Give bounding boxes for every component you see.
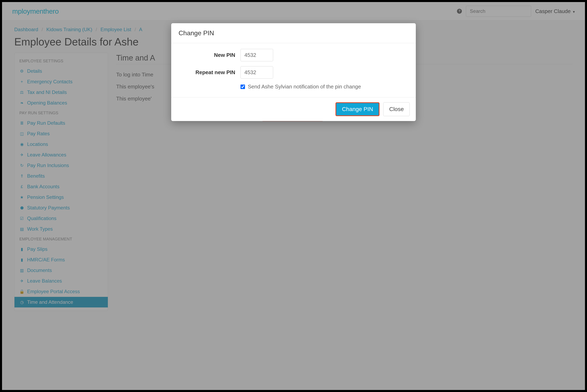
new-pin-input[interactable] (241, 49, 273, 61)
change-pin-modal: Change PIN New PIN Repeat new PIN Send A… (171, 23, 416, 121)
modal-title: Change PIN (171, 23, 416, 43)
notify-label: Send Ashe Sylvian notification of the pi… (248, 84, 361, 90)
notify-checkbox[interactable] (241, 84, 245, 89)
repeat-pin-input[interactable] (241, 66, 273, 79)
new-pin-label: New PIN (179, 52, 241, 58)
change-pin-button[interactable]: Change PIN (335, 102, 380, 116)
modal-overlay: Change PIN New PIN Repeat new PIN Send A… (2, 2, 585, 390)
repeat-pin-label: Repeat new PIN (179, 69, 241, 76)
close-button[interactable]: Close (383, 102, 410, 116)
